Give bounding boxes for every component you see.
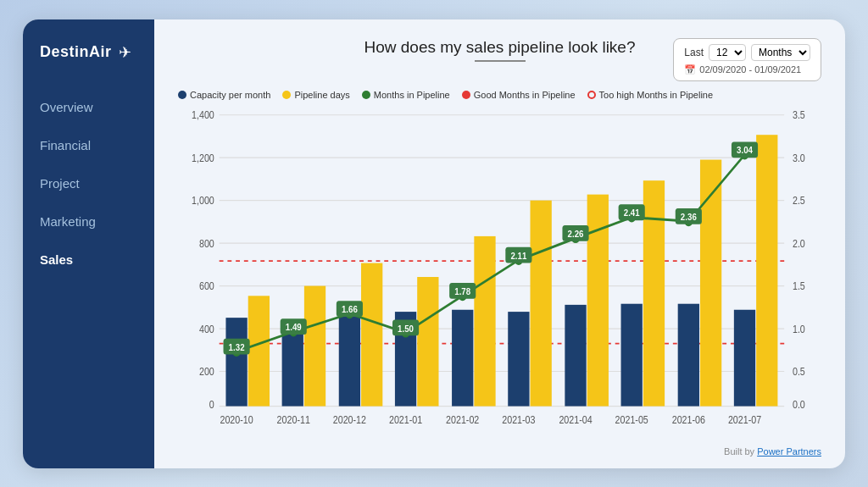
svg-text:2.41: 2.41 [624, 207, 640, 218]
svg-text:3.5: 3.5 [793, 108, 805, 121]
legend-pipeline-days: Pipeline days [282, 90, 349, 100]
svg-text:2021-03: 2021-03 [502, 412, 536, 425]
svg-text:2020-10: 2020-10 [220, 412, 253, 425]
svg-text:2020-12: 2020-12 [333, 412, 366, 425]
date-filter[interactable]: Last 12 Months 📅 02/09/2020 - 01/09/2021 [673, 38, 821, 81]
svg-text:600: 600 [199, 279, 214, 292]
legend-good-months-dot [462, 91, 470, 99]
svg-text:2.5: 2.5 [793, 194, 805, 207]
legend-months-pipeline: Months in Pipeline [362, 90, 450, 100]
svg-text:3.04: 3.04 [737, 144, 753, 155]
sidebar-item-overview[interactable]: Overview [23, 89, 154, 125]
svg-text:2.36: 2.36 [681, 211, 697, 222]
svg-text:1.78: 1.78 [454, 285, 470, 296]
sidebar-item-project[interactable]: Project [23, 165, 154, 202]
bar-pipeline-0 [248, 296, 270, 406]
svg-text:1.49: 1.49 [286, 321, 302, 332]
bar-capacity-7 [621, 303, 643, 406]
sidebar-item-marketing[interactable]: Marketing [23, 203, 154, 240]
sidebar-item-sales[interactable]: Sales [23, 241, 154, 278]
bar-pipeline-9 [756, 135, 777, 406]
footer: Built by Power Partners [178, 446, 821, 457]
bar-pipeline-7 [643, 180, 665, 406]
legend-months-pipeline-dot [362, 91, 370, 99]
svg-text:1,200: 1,200 [192, 151, 214, 163]
legend-pipeline-days-dot [282, 91, 291, 99]
logo-text: DestinAir [40, 43, 112, 61]
chart-svg-wrap: 1,400 1,200 1,000 800 600 400 200 0 3.5 … [178, 105, 821, 443]
bar-capacity-5 [508, 312, 529, 406]
bar-capacity-0 [225, 318, 247, 406]
sidebar-item-financial[interactable]: Financial [23, 127, 154, 163]
svg-text:1.5: 1.5 [793, 279, 805, 292]
svg-text:3.0: 3.0 [793, 151, 805, 163]
svg-text:1.66: 1.66 [342, 303, 358, 314]
svg-text:1.0: 1.0 [793, 322, 805, 335]
legend-capacity: Capacity per month [178, 90, 270, 100]
svg-text:2021-06: 2021-06 [672, 412, 706, 425]
sidebar-nav: Overview Financial Project Marketing Sal… [23, 89, 154, 278]
logo-icon: ✈ [119, 43, 131, 62]
footer-link[interactable]: Power Partners [757, 446, 821, 457]
svg-text:2021-05: 2021-05 [615, 412, 649, 425]
chart-legend: Capacity per month Pipeline days Months … [178, 90, 821, 100]
bar-capacity-2 [339, 314, 360, 406]
chart-title: How does my sales pipeline look like? [339, 38, 661, 57]
svg-text:2020-11: 2020-11 [277, 412, 311, 425]
chart-title-underline [475, 60, 526, 62]
legend-too-high-dot [587, 91, 596, 99]
svg-text:200: 200 [199, 365, 214, 378]
legend-good-months: Good Months in Pipeline [462, 90, 576, 100]
legend-too-high-months: Too high Months in Pipeline [587, 90, 714, 100]
bar-capacity-8 [678, 303, 699, 406]
sidebar: DestinAir ✈ Overview Financial Project M… [23, 19, 154, 468]
svg-text:0.0: 0.0 [793, 397, 805, 410]
svg-text:2.11: 2.11 [510, 250, 526, 261]
svg-text:2.0: 2.0 [793, 236, 805, 249]
logo: DestinAir ✈ [23, 43, 148, 89]
bar-pipeline-5 [531, 200, 552, 406]
legend-months-pipeline-label: Months in Pipeline [374, 90, 450, 100]
bar-capacity-6 [565, 304, 586, 406]
svg-text:0: 0 [209, 397, 214, 410]
svg-text:2021-04: 2021-04 [559, 412, 593, 425]
bar-pipeline-3 [417, 277, 438, 407]
legend-good-months-label: Good Months in Pipeline [474, 90, 576, 100]
svg-text:0.5: 0.5 [793, 365, 805, 378]
legend-capacity-label: Capacity per month [190, 90, 270, 100]
svg-text:2021-07: 2021-07 [728, 412, 761, 425]
chart-area: 1,400 1,200 1,000 800 600 400 200 0 3.5 … [178, 105, 821, 443]
calendar-icon: 📅 [684, 64, 696, 75]
svg-text:2021-01: 2021-01 [389, 412, 423, 425]
bar-capacity-9 [734, 309, 755, 406]
svg-text:400: 400 [199, 322, 214, 335]
svg-text:1,000: 1,000 [192, 194, 214, 207]
main-card: DestinAir ✈ Overview Financial Project M… [23, 19, 845, 468]
legend-capacity-dot [178, 91, 186, 99]
filter-period-select[interactable]: 12 [709, 44, 746, 61]
legend-too-high-label: Too high Months in Pipeline [599, 90, 714, 100]
main-header: How does my sales pipeline look like? La… [178, 38, 821, 81]
chart-svg: 1,400 1,200 1,000 800 600 400 200 0 3.5 … [178, 105, 821, 443]
svg-text:1.50: 1.50 [398, 322, 414, 333]
filter-last-label: Last [684, 47, 704, 58]
bar-pipeline-2 [361, 263, 382, 406]
main-content: How does my sales pipeline look like? La… [154, 19, 845, 468]
footer-text: Built by [724, 446, 757, 457]
svg-text:2021-02: 2021-02 [446, 412, 479, 425]
filter-unit-select[interactable]: Months [751, 44, 810, 61]
bar-pipeline-1 [304, 285, 326, 406]
svg-text:2.26: 2.26 [568, 228, 584, 239]
bar-pipeline-8 [700, 159, 721, 406]
legend-pipeline-days-label: Pipeline days [294, 90, 349, 100]
svg-text:1.32: 1.32 [229, 340, 245, 351]
bar-pipeline-4 [474, 235, 495, 406]
bar-capacity-4 [452, 309, 473, 406]
date-range-text: 02/09/2020 - 01/09/2021 [699, 64, 801, 75]
svg-text:800: 800 [199, 236, 214, 249]
svg-text:1,400: 1,400 [192, 108, 214, 121]
